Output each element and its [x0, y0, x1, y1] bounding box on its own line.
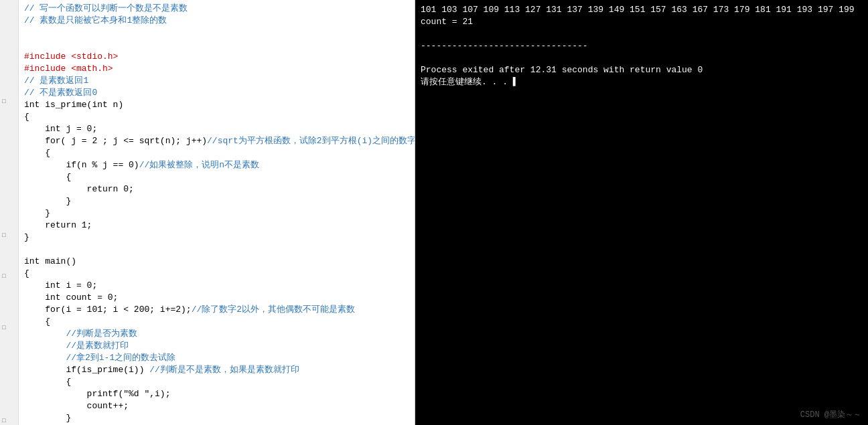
code-line: //是素数就打印 — [24, 340, 409, 352]
code-line: { — [24, 316, 409, 328]
terminal-line: 101 103 107 109 113 127 131 137 139 149 … — [421, 4, 863, 16]
code-line: { — [24, 111, 409, 123]
line-number — [0, 13, 18, 23]
line-number — [0, 85, 18, 95]
code-line — [24, 39, 409, 51]
code-line: #include <math.h> — [24, 63, 409, 75]
code-line: } — [24, 232, 409, 244]
line-number — [0, 3, 18, 13]
terminal-line — [421, 28, 863, 40]
line-number — [0, 343, 18, 353]
line-number — [0, 301, 18, 311]
terminal-line: 请按任意键继续. . . ▌ — [421, 76, 863, 88]
code-line: #include <stdio.h> — [24, 51, 409, 63]
code-line: } — [24, 412, 409, 424]
line-number — [0, 64, 18, 74]
line-number — [0, 240, 18, 250]
line-number — [0, 33, 18, 44]
line-number: □ — [0, 96, 18, 106]
line-number — [0, 373, 18, 384]
code-line: //判断是否为素数 — [24, 328, 409, 340]
code-line: { — [24, 147, 409, 159]
collapse-icon[interactable]: □ — [0, 415, 8, 425]
line-number — [0, 260, 18, 270]
code-line: int is_prime(int n) — [24, 99, 409, 111]
line-number — [0, 44, 18, 54]
code-line: int main() — [24, 256, 409, 268]
code-line — [24, 244, 409, 256]
line-number — [0, 312, 18, 322]
line-number: □ — [0, 230, 18, 240]
code-line: // 素数是只能被它本身和1整除的数 — [24, 15, 409, 27]
code-line: //拿2到i-1之间的数去试除 — [24, 352, 409, 364]
line-number — [0, 394, 18, 404]
terminal-line: Process exited after 12.31 seconds with … — [421, 64, 863, 76]
code-line: if(is_prime(i)) //判断是不是素数，如果是素数就打印 — [24, 364, 409, 376]
code-line: if(n % j == 0)//如果被整除，说明n不是素数 — [24, 159, 409, 171]
code-panel: □□□□□ // 写一个函数可以判断一个数是不是素数// 素数是只能被它本身和1… — [0, 0, 415, 425]
code-line: for( j = 2 ; j <= sqrt(n); j++)//sqrt为平方… — [24, 135, 409, 147]
code-line: printf("%d ",i); — [24, 388, 409, 400]
terminal-line: -------------------------------- — [421, 40, 863, 52]
terminal-panel: 101 103 107 109 113 127 131 137 139 149 … — [415, 0, 868, 425]
line-number — [0, 219, 18, 229]
line-number: □ — [0, 322, 18, 332]
code-content: // 写一个函数可以判断一个数是不是素数// 素数是只能被它本身和1整除的数 #… — [19, 0, 415, 425]
code-line: } — [24, 195, 409, 207]
code-line: { — [24, 171, 409, 183]
line-numbers: □□□□□ — [0, 0, 19, 425]
line-number — [0, 404, 18, 414]
code-line: // 写一个函数可以判断一个数是不是素数 — [24, 3, 409, 15]
line-number — [0, 281, 18, 291]
code-line: return 1; — [24, 220, 409, 232]
line-number — [0, 23, 18, 33]
line-number — [0, 75, 18, 85]
code-line: // 不是素数返回0 — [24, 87, 409, 99]
code-line: int j = 0; — [24, 123, 409, 135]
code-line: count++; — [24, 400, 409, 412]
line-number — [0, 353, 18, 363]
code-line: int count = 0; — [24, 292, 409, 304]
line-number — [0, 106, 18, 116]
line-number — [0, 178, 18, 188]
watermark: CSDN @墨染～～ — [800, 409, 861, 421]
line-number: □ — [0, 415, 18, 425]
code-line: } — [24, 207, 409, 220]
terminal-line: count = 21 — [421, 16, 863, 28]
line-number — [0, 147, 18, 157]
line-number — [0, 137, 18, 147]
code-line: int i = 0; — [24, 280, 409, 292]
code-line: for(i = 101; i < 200; i+=2);//除了数字2以外，其他… — [24, 304, 409, 316]
line-number — [0, 198, 18, 208]
code-line: { — [24, 376, 409, 388]
line-number: □ — [0, 270, 18, 280]
line-number — [0, 116, 18, 126]
terminal-line — [421, 52, 863, 64]
line-number — [0, 157, 18, 167]
line-number — [0, 250, 18, 260]
code-line: return 0; — [24, 183, 409, 195]
line-number — [0, 363, 18, 373]
code-line: { — [24, 268, 409, 280]
line-number — [0, 291, 18, 301]
line-number — [0, 188, 18, 198]
line-number — [0, 333, 18, 343]
line-number — [0, 54, 18, 64]
code-line: // 是素数返回1 — [24, 75, 409, 87]
code-line — [24, 27, 409, 39]
line-number — [0, 209, 18, 219]
line-number — [0, 167, 18, 177]
line-number — [0, 126, 18, 137]
line-number — [0, 384, 18, 394]
